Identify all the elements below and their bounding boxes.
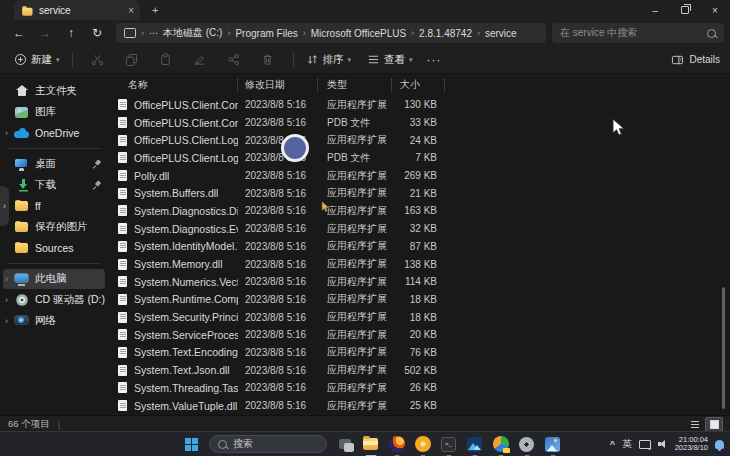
taskbar-clock[interactable]: 21:00:04 2023/8/10 — [675, 436, 708, 453]
sort-button[interactable]: 排序 ▾ — [302, 53, 356, 67]
file-type: 应用程序扩展 — [318, 399, 392, 413]
breadcrumb-item[interactable]: Microsoft OfficePLUS › — [311, 28, 414, 39]
tab-close-icon[interactable]: × — [128, 5, 134, 16]
cut-button[interactable] — [85, 50, 111, 70]
table-row[interactable]: System.Text.Json.dll 2023/8/8 5:16 应用程序扩… — [108, 361, 730, 379]
sidebar-item[interactable]: › Sources — [3, 238, 105, 258]
large-icons-view-button[interactable] — [706, 418, 722, 431]
forward-button[interactable]: → — [32, 26, 58, 40]
breadcrumb-item[interactable]: Program Files › — [235, 28, 305, 39]
table-row[interactable]: System.ServiceProcess.ServiceControl... … — [108, 326, 730, 344]
file-name: System.Runtime.CompilerServices.Un... — [134, 293, 238, 305]
table-row[interactable]: System.IdentityModel.Tokens.Jwt.dll 2023… — [108, 238, 730, 256]
start-button[interactable] — [183, 436, 200, 453]
table-row[interactable]: System.Numerics.Vectors.dll 2023/8/8 5:1… — [108, 273, 730, 291]
new-button[interactable]: 新建 ▾ — [10, 53, 64, 67]
breadcrumb-item[interactable]: 本地磁盘 (C:) › — [163, 26, 230, 40]
table-row[interactable]: System.Diagnostics.EventLog.dll 2023/8/8… — [108, 220, 730, 238]
table-row[interactable]: OfficePLUS.Client.Logging.pdb 2023/8/8 5… — [108, 149, 730, 167]
file-size: 114 KB — [392, 276, 445, 287]
file-type: 应用程序扩展 — [318, 345, 392, 359]
vertical-scrollbar[interactable] — [722, 287, 725, 409]
file-date: 2023/8/8 5:16 — [238, 329, 318, 340]
table-row[interactable]: System.ValueTuple.dll 2023/8/8 5:16 应用程序… — [108, 397, 730, 415]
column-header-name[interactable]: 名称 — [108, 78, 238, 92]
copy-button[interactable] — [119, 50, 145, 70]
sidebar-item[interactable]: › OneDrive — [3, 123, 105, 143]
table-row[interactable]: System.Buffers.dll 2023/8/8 5:16 应用程序扩展 … — [108, 184, 730, 202]
sidebar-item[interactable]: › CD 驱动器 (D:) ES — [3, 290, 105, 310]
table-row[interactable]: System.Memory.dll 2023/8/8 5:16 应用程序扩展 1… — [108, 255, 730, 273]
settings-taskbar-button[interactable] — [518, 436, 535, 453]
sidebar-item[interactable]: › 保存的图片 — [3, 217, 105, 237]
share-button[interactable] — [221, 50, 247, 70]
table-row[interactable]: System.Diagnostics.DiagnosticSource... 2… — [108, 202, 730, 220]
breadcrumb-item[interactable]: 2.8.1.48742 › — [419, 28, 480, 39]
file-explorer-taskbar-button[interactable] — [362, 436, 379, 453]
table-row[interactable]: Polly.dll 2023/8/8 5:16 应用程序扩展 269 KB — [108, 167, 730, 185]
ime-indicator[interactable]: 英 — [622, 438, 632, 451]
sidebar-item[interactable]: › 网络 — [3, 311, 105, 331]
breadcrumb[interactable]: › ⋯ 本地磁盘 (C:) › Program Files › Microsof… — [116, 23, 546, 43]
sidebar-item[interactable]: › 图库 — [3, 102, 105, 122]
navigation-pane: › 主文件夹 › 图库 › OneDrive › 桌 — [0, 74, 108, 415]
details-view-button[interactable] — [687, 418, 703, 431]
file-type: 应用程序扩展 — [318, 381, 392, 395]
volume-icon[interactable] — [658, 440, 668, 449]
delete-button[interactable] — [255, 50, 281, 70]
up-button[interactable]: ↑ — [58, 26, 84, 40]
expander-chevron-icon[interactable]: › — [5, 296, 14, 305]
restore-button[interactable] — [670, 0, 700, 20]
column-header-size[interactable]: 大小 — [392, 78, 445, 92]
table-row[interactable]: OfficePLUS.Client.Common.pdb 2023/8/8 5:… — [108, 114, 730, 132]
table-row[interactable]: OfficePLUS.Client.Common.dll 2023/8/8 5:… — [108, 96, 730, 114]
file-name: OfficePLUS.Client.Logging.dll — [134, 134, 238, 146]
expander-chevron-icon[interactable]: › — [5, 275, 14, 284]
sidebar-item[interactable]: › 主文件夹 — [3, 81, 105, 101]
table-row[interactable]: System.Text.Encodings.Web.dll 2023/8/8 5… — [108, 344, 730, 362]
sidebar-item[interactable]: › 此电脑 — [3, 269, 105, 289]
cad-app-taskbar-button[interactable] — [492, 436, 509, 453]
photos-taskbar-button[interactable] — [544, 436, 561, 453]
sidebar-item[interactable]: › 桌面 — [3, 154, 105, 174]
more-options-button[interactable]: ··· — [427, 53, 442, 67]
table-row[interactable]: System.Security.Principal.Windows.dll 20… — [108, 308, 730, 326]
new-tab-button[interactable]: + — [152, 4, 158, 16]
sidebar-item[interactable]: › 下载 — [3, 175, 105, 195]
terminal-taskbar-button[interactable]: >_ — [440, 436, 457, 453]
notification-bell-icon[interactable] — [715, 440, 724, 449]
expander-chevron-icon[interactable]: › — [5, 129, 14, 138]
file-type: 应用程序扩展 — [318, 363, 392, 377]
breadcrumb-item[interactable]: service › — [485, 28, 517, 39]
column-header-type[interactable]: 类型 — [318, 78, 392, 92]
table-row[interactable]: System.Runtime.CompilerServices.Un... 20… — [108, 291, 730, 309]
back-button[interactable]: ← — [6, 26, 32, 40]
sidebar-item[interactable]: › ff — [3, 196, 105, 216]
rename-button[interactable] — [187, 50, 213, 70]
paste-button[interactable] — [153, 50, 179, 70]
firefox-taskbar-button[interactable] — [388, 436, 405, 453]
minimize-button[interactable]: – — [640, 0, 670, 20]
view-button[interactable]: 查看 ▾ — [363, 53, 417, 67]
chevron-down-icon: ▾ — [348, 56, 352, 64]
table-row[interactable]: OfficePLUS.Client.Logging.dll 2023/8/8 5… — [108, 131, 730, 149]
cast-display-icon[interactable] — [639, 440, 651, 449]
details-button[interactable]: Details — [671, 54, 720, 66]
table-row[interactable]: System.Threading.Tasks.Extensions.dll 20… — [108, 379, 730, 397]
task-view-button[interactable] — [336, 436, 353, 453]
close-button[interactable]: × — [700, 0, 730, 20]
file-date: 2023/8/8 5:16 — [238, 223, 318, 234]
orange-app-taskbar-button[interactable] — [414, 436, 431, 453]
sidebar-flyout-handle[interactable]: › — [0, 186, 9, 226]
taskbar-search[interactable]: 搜索 — [209, 435, 327, 453]
file-size: 21 KB — [392, 188, 445, 199]
expander-chevron-icon[interactable]: › — [5, 317, 14, 326]
hidden-icons-chevron[interactable]: ^ — [610, 439, 615, 449]
breadcrumb-ellipsis-icon[interactable]: ⋯ — [149, 28, 158, 38]
video-app-taskbar-button[interactable] — [466, 436, 483, 453]
search-input[interactable]: 在 service 中搜索 — [552, 23, 724, 43]
file-icon — [118, 329, 127, 340]
refresh-button[interactable]: ↻ — [84, 26, 110, 40]
explorer-tab[interactable]: service × — [14, 0, 140, 20]
column-header-date[interactable]: 修改日期 — [238, 78, 318, 92]
